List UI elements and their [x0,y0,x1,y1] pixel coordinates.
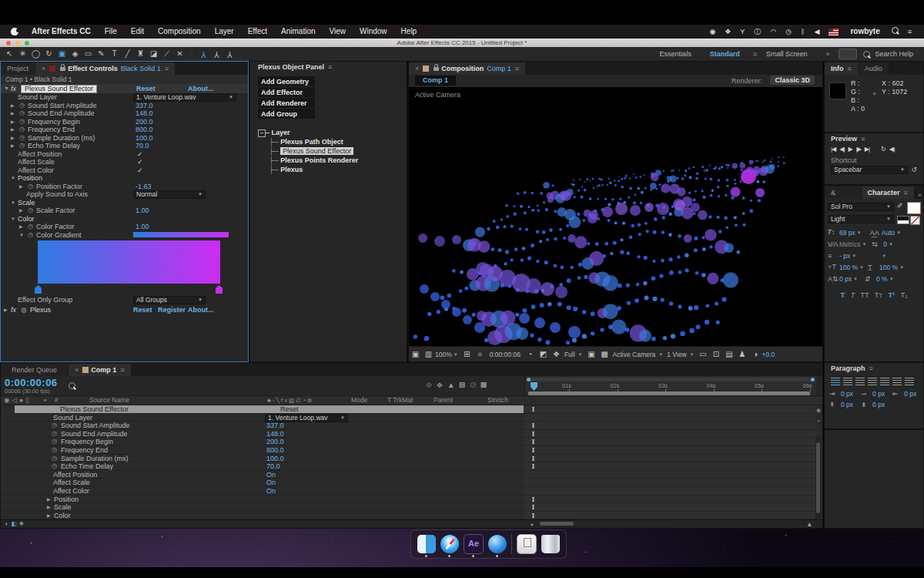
view-axis-mode-icon[interactable]: Y [223,50,236,59]
button-add-effector[interactable]: Add Effector [258,87,315,97]
faux-bold-button[interactable]: T [841,291,845,299]
twirl-right-icon[interactable]: ▶ [11,118,15,126]
indent-right-value[interactable]: 0 px [904,390,916,398]
fill-color-swatch[interactable] [907,202,921,214]
timeline-row-sample-duration-ms-[interactable]: ◷Sample Duration (ms)100.0 [1,455,524,463]
window-titlebar[interactable]: Adobe After Effects CC 2015 - Untitled P… [0,39,924,47]
us-flag-icon[interactable] [829,29,839,35]
menu-item-help[interactable]: Help [394,25,424,39]
panel-menu-icon[interactable]: ≡ [515,62,519,75]
mode-column[interactable]: Mode [351,396,367,405]
plexus-about-link[interactable]: About... [188,306,214,314]
local-axis-mode-icon[interactable]: Y [197,50,210,59]
keyframe-mark[interactable]: I [530,455,537,463]
panel-menu-icon[interactable]: ≡ [869,365,873,372]
stopwatch-icon[interactable]: ◷ [52,430,57,439]
workspace-overflow[interactable]: » [816,50,839,58]
hand-tool-icon[interactable]: ✳ [16,49,29,59]
row-value[interactable]: 200.0 [266,438,284,446]
row-value[interactable]: 337.0 [266,422,284,430]
property-dropdown[interactable]: Normal▼ [133,190,206,199]
info-icon[interactable]: ⓘ [749,25,765,39]
source-name-column[interactable]: Source Name [89,396,129,405]
av-feature-icons[interactable]: ◉◁●▯ [4,396,32,405]
pixel-aspect-icon[interactable]: ▭ [697,350,710,358]
timeline-row-echo-time-delay[interactable]: ◷Echo Time Delay70.0 [1,462,524,471]
zoom-level[interactable]: 100% [435,351,452,358]
apple-menu-icon[interactable] [11,28,18,35]
checkbox-checked-icon[interactable]: ✓ [137,150,143,159]
plexus-register-link[interactable]: Register [158,306,186,314]
audio-mute-icon[interactable]: ◀) [889,146,895,153]
font-family-dropdown[interactable]: Sol Pro▼ [828,203,894,211]
timeline-feature-icons[interactable]: ⟐❖▲▤⊘▦ [426,381,491,390]
tsume-value[interactable]: 0 % [876,275,888,283]
snapshot-icon[interactable]: ◔ [524,350,537,358]
effect-row-color-factor[interactable]: ▶◷Color Factor1.00 [1,223,248,231]
property-value[interactable]: 100.0 [136,134,153,143]
menu-item-effect[interactable]: Effect [241,25,274,39]
row-value[interactable]: 100.0 [266,455,284,463]
volume-icon[interactable]: ◀ [809,25,824,39]
zoom-tool-icon[interactable]: ◯ [29,49,42,59]
eraser-tool-icon[interactable]: ◪ [147,49,160,59]
justify-all-button[interactable] [905,378,914,385]
effect-row-affect-scale[interactable]: Affect Scale✓ [1,158,248,166]
indent-left-value[interactable]: 0 px [841,390,853,398]
navigator-start-handle[interactable] [527,378,531,381]
pan-behind-tool-icon[interactable]: ◈ [69,49,82,59]
panel-overflow[interactable]: » [915,191,924,199]
exposure-icon[interactable]: ◑ [749,350,762,358]
property-value[interactable]: 1.00 [136,223,149,231]
effect-row-echo-time-delay[interactable]: ▶◷Echo Time Delay70.0 [1,142,248,150]
row-value[interactable]: On [266,471,276,479]
timeline-row-affect-position[interactable]: Affect PositionOn [1,471,524,479]
keyframe-mark[interactable]: I [530,405,537,414]
tree-item-plexus-sound-effector[interactable]: ├─ Plexus Sound Effector [269,146,407,156]
checkbox-checked-icon[interactable]: ✓ [137,158,143,166]
zoom-out-mountain-icon[interactable]: ▴ [531,521,534,527]
tab-comp1-timeline[interactable]: × Comp 1 ≡ [69,364,131,376]
reset-shortcut-icon[interactable]: ↺ [911,166,917,173]
sync-settings-icon[interactable] [839,49,857,59]
row-value[interactable]: Reset [280,405,299,414]
twirl-right-icon[interactable]: ▶ [19,223,23,231]
twirl-right-icon[interactable]: ▶ [47,496,51,504]
time-ruler[interactable]: 01s02s03s04s05s06s [525,382,816,391]
zoom-window-button[interactable] [25,41,29,45]
magnification-icon[interactable]: ▣ [409,350,422,358]
grid-options-icon[interactable]: ⊞ [460,350,474,358]
finder-icon[interactable] [417,535,436,553]
lock-icon[interactable] [434,67,439,71]
stopwatch-icon[interactable]: ◷ [19,142,25,150]
effect-reset-link[interactable]: Reset [136,84,156,93]
rotobrush-tool-icon[interactable]: ⟋ [160,49,173,59]
network-icon[interactable]: ❖ [720,25,735,39]
prev-frame-button[interactable]: ◀| [839,146,844,153]
twirl-right-icon[interactable]: ▶ [19,183,23,191]
tab-effects-presets[interactable]: & Presets [825,187,861,199]
gradient-stop-left[interactable] [35,285,42,294]
space-before-value[interactable]: 0 px [841,401,853,408]
menu-item-edit[interactable]: Edit [124,25,151,39]
fast-previews-icon[interactable]: ⊡ [710,350,723,358]
type-tool-icon[interactable]: T [108,49,121,59]
space-after-value[interactable]: 0 px [872,401,885,408]
row-value[interactable]: On [266,487,276,496]
stroke-width-value[interactable]: - px [839,252,850,260]
timeline-row-frequency-begin[interactable]: ◷Frequency Begin200.0 [1,438,524,446]
time-machine-icon[interactable]: ◷ [781,25,796,39]
vscroll-thumb[interactable] [816,442,820,513]
vertical-scale-value[interactable]: 100 % [839,264,858,271]
font-style-dropdown[interactable]: Light▼ [828,215,894,223]
panel-menu-icon[interactable]: ≡ [861,135,865,143]
show-snapshot-icon[interactable]: ◩ [537,350,550,358]
effect-row-scale-factor[interactable]: ▶◷Scale Factor1.00 [1,207,248,215]
twirl-down-icon[interactable]: ▼ [11,174,15,183]
bluetooth-icon[interactable]: ᛒ [796,25,809,39]
menu-item-window[interactable]: Window [353,25,394,39]
search-help-icon[interactable] [863,51,870,58]
play-button[interactable]: ▶ [848,146,852,153]
keyframe-mark[interactable]: I [530,512,537,520]
panel-menu-icon[interactable]: ≡ [120,364,124,376]
